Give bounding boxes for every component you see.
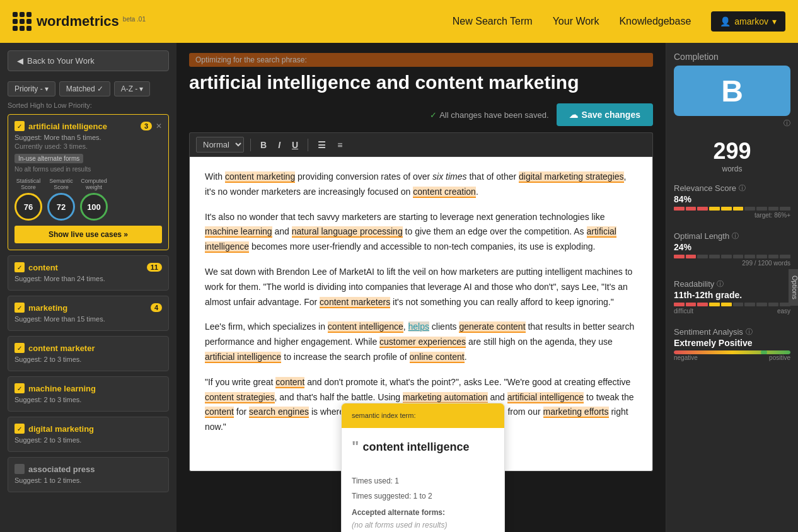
- cloud-icon: ☁: [569, 110, 578, 120]
- options-tab[interactable]: Options: [789, 269, 798, 306]
- optimal-length-title: Optimal Length ⓘ: [674, 231, 790, 241]
- term-card: ✓ marketing 4 Suggest: More than 15 time…: [8, 296, 169, 331]
- user-button[interactable]: 👤 amarkov ▾: [711, 11, 785, 32]
- priority-label: Priority -: [14, 84, 43, 93]
- optimal-length-sub: 299 / 1200 words: [674, 260, 790, 267]
- logo-text: wordmetrics: [37, 13, 119, 30]
- nav-new-search[interactable]: New Search Term: [453, 16, 533, 27]
- header: wordmetrics beta .01 New Search Term You…: [0, 0, 798, 43]
- save-button[interactable]: ☁ Save changes: [557, 103, 653, 126]
- matched-filter[interactable]: Matched ✓: [59, 81, 110, 96]
- statistical-label: StatisticalScore: [14, 178, 42, 190]
- search-phrase: artificial intelligence and content mark…: [189, 72, 653, 93]
- matched-label: Matched: [66, 84, 95, 93]
- paragraph-3: We sat down with Brendon Lee of MarketAI…: [205, 265, 637, 309]
- nav-your-work[interactable]: Your Work: [553, 16, 599, 27]
- filter-bar: Priority - ▾ Matched ✓ A-Z - ▾: [8, 81, 169, 96]
- term-checkbox[interactable]: ✓: [14, 343, 25, 353]
- statistical-circle: 76: [14, 193, 42, 221]
- optimal-bar: [674, 255, 790, 258]
- toolbar-separator: [250, 139, 251, 151]
- info-icon[interactable]: ⓘ: [739, 183, 746, 193]
- info-icon[interactable]: ⓘ: [784, 119, 790, 128]
- tooltip-popup: semantic index term: " content intellige…: [341, 403, 505, 532]
- term-checkbox[interactable]: ✓: [14, 303, 25, 313]
- relevance-title: Relevance Score ⓘ: [674, 183, 790, 193]
- sentiment-title: Sentiment Analysis ⓘ: [674, 327, 790, 337]
- logo-grid: [13, 12, 32, 31]
- user-icon: 👤: [720, 16, 731, 26]
- term-card: ✓ digital marketing Suggest: 2 to 3 time…: [8, 417, 169, 452]
- check-icon: ✓: [430, 110, 437, 120]
- readability-section: Readability ⓘ 11th-12th grade. difficult…: [674, 279, 790, 315]
- term-header: ✓ content marketer: [14, 343, 162, 353]
- completion-label: Completion: [674, 52, 790, 62]
- term-checkbox[interactable]: [14, 464, 25, 474]
- info-icon[interactable]: ⓘ: [732, 231, 739, 241]
- saved-message: ✓ All changes have been saved.: [430, 110, 548, 120]
- term-name: associated press: [28, 465, 162, 474]
- term-suggest: Suggest: More than 24 times.: [14, 275, 162, 282]
- info-icon[interactable]: ⓘ: [717, 279, 724, 289]
- tooltip-alt-forms-value: (no alt forms used in results): [352, 519, 494, 531]
- quote-icon: ": [352, 434, 359, 460]
- readability-range: difficult easy: [674, 308, 790, 315]
- term-checkbox[interactable]: ✓: [14, 383, 25, 393]
- statistical-score-item: StatisticalScore 76: [14, 178, 42, 221]
- format-select[interactable]: Normal: [196, 137, 244, 153]
- computed-circle: 100: [80, 193, 108, 221]
- term-suggest: Suggest: 2 to 3 times.: [14, 436, 162, 444]
- italic-button[interactable]: I: [275, 139, 284, 151]
- paragraph-4: Lee's firm, which specializes in content…: [205, 320, 637, 364]
- logo-area: wordmetrics beta .01: [13, 12, 146, 31]
- tooltip-times-used: Times used: 1: [352, 475, 494, 487]
- term-header: ✓ content 11: [14, 262, 162, 272]
- az-filter[interactable]: A-Z - ▾: [114, 81, 151, 96]
- alt-forms-note: No alt forms used in results: [14, 166, 162, 173]
- relevance-bar: [674, 207, 790, 211]
- optimizing-label: Optimizing for the search phrase:: [189, 53, 653, 67]
- ordered-list-button[interactable]: ☰: [315, 139, 329, 151]
- term-card: associated press Suggest: 1 to 2 times.: [8, 457, 169, 492]
- sentiment-section: Sentiment Analysis ⓘ Extremely Positive …: [674, 327, 790, 361]
- term-checkbox[interactable]: ✓: [14, 262, 25, 272]
- priority-filter[interactable]: Priority - ▾: [8, 81, 55, 96]
- show-cases-button[interactable]: Show live use cases »: [14, 226, 162, 243]
- sentiment-value: Extremely Positive: [674, 338, 790, 348]
- back-label: Back to Your Work: [27, 56, 95, 66]
- term-name: digital marketing: [28, 424, 162, 434]
- underline-button[interactable]: U: [289, 139, 301, 151]
- back-button[interactable]: ◀ Back to Your Work: [8, 50, 169, 71]
- semantic-label: SemanticScore: [47, 178, 75, 190]
- tooltip-times-suggested: Times suggested: 1 to 2: [352, 490, 494, 502]
- word-count-section: 299 words: [674, 138, 790, 173]
- semantic-score-item: SemanticScore 72: [47, 178, 75, 221]
- toolbar-separator: [308, 139, 308, 151]
- relevance-value: 84%: [674, 194, 790, 204]
- content-area: Optimizing for the search phrase: artifi…: [176, 43, 666, 532]
- beta-badge: beta .01: [123, 16, 146, 23]
- grade-box: B: [674, 66, 790, 116]
- term-header: ✓ artificial intelligence 3 ✕: [14, 121, 162, 131]
- close-icon: ✕: [156, 122, 162, 130]
- info-icon[interactable]: ⓘ: [746, 327, 753, 337]
- tooltip-term: " content intelligence: [352, 434, 494, 460]
- computed-label: Computedweight: [80, 178, 108, 190]
- term-header: ✓ marketing 4: [14, 303, 162, 313]
- words-label: words: [674, 165, 790, 173]
- term-suggest: Suggest: 2 to 3 times.: [14, 356, 162, 363]
- optimal-length-section: Optimal Length ⓘ 24% 299 / 1200 words: [674, 231, 790, 267]
- unordered-list-button[interactable]: ≡: [334, 139, 345, 151]
- optimal-length-value: 24%: [674, 242, 790, 252]
- term-current: Currently used: 3 times.: [14, 142, 162, 150]
- editor-body[interactable]: With content marketing providing convers…: [189, 156, 653, 471]
- term-checkbox[interactable]: ✓: [14, 121, 25, 131]
- term-name: machine learning: [28, 384, 162, 393]
- term-checkbox[interactable]: ✓: [14, 424, 25, 434]
- term-count: 4: [151, 303, 162, 312]
- nav-knowledgebase[interactable]: Knowledgebase: [619, 16, 691, 27]
- bold-button[interactable]: B: [257, 139, 270, 151]
- readability-title: Readability ⓘ: [674, 279, 790, 289]
- chevron-icon: ▾: [45, 84, 49, 93]
- term-header: associated press: [14, 464, 162, 474]
